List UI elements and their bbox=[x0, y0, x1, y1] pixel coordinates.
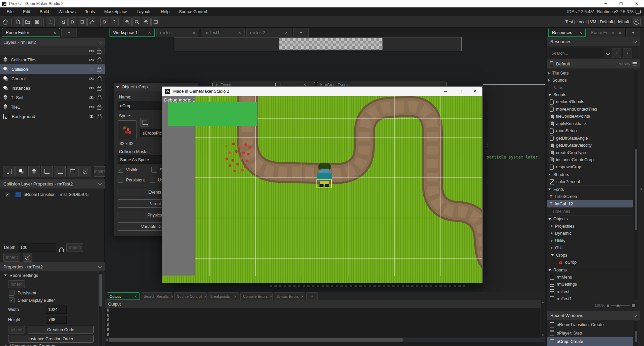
instance-checkbox[interactable] bbox=[5, 192, 10, 197]
game-minimize-button[interactable]: – bbox=[438, 87, 453, 96]
tree-item-crops[interactable]: Crops bbox=[547, 252, 633, 259]
search-prev-button[interactable]: ‹ bbox=[612, 49, 621, 58]
tree-item-colorpercent[interactable]: colorPercent bbox=[547, 178, 633, 185]
new-layer-folder-button[interactable] bbox=[67, 166, 79, 177]
layer-row-collision[interactable]: Collision bbox=[0, 64, 105, 74]
tab-room-editor-right[interactable]: Room Editor bbox=[587, 28, 625, 37]
instance-row[interactable]: oRoomTransition inst_30D65975 bbox=[0, 190, 105, 199]
menu-help[interactable]: Help bbox=[156, 9, 174, 14]
recent-item-ocrop-create[interactable]: oCrop: Create bbox=[547, 337, 633, 346]
menu-source-control[interactable]: Source Control bbox=[174, 9, 212, 14]
expanded-arrow-icon[interactable] bbox=[551, 254, 554, 256]
expanded-arrow-icon[interactable] bbox=[548, 94, 551, 96]
layer-row-tile1[interactable]: Tile1 bbox=[0, 102, 105, 112]
scrollbar-thumb[interactable] bbox=[635, 149, 637, 230]
tab-rmtest[interactable]: rmTest bbox=[156, 28, 199, 37]
sprite-preview[interactable] bbox=[118, 120, 136, 139]
home-button[interactable] bbox=[1, 18, 9, 26]
settings-button[interactable] bbox=[100, 18, 109, 26]
layer-row-background[interactable]: Background bbox=[0, 112, 105, 121]
viewports-row[interactable]: Viewports and Cameras bbox=[5, 343, 57, 346]
background-scrollbar-fragment[interactable] bbox=[270, 285, 468, 287]
layer-lock-icon[interactable] bbox=[97, 97, 101, 100]
collapsed-arrow-icon[interactable] bbox=[548, 72, 550, 75]
menu-marketplace[interactable]: Marketplace bbox=[99, 9, 132, 14]
tree-item-roomsetup[interactable]: roomSetup bbox=[547, 127, 633, 135]
tab-rmtest1[interactable]: rmTest1 bbox=[201, 28, 245, 37]
views-label[interactable]: Views bbox=[619, 61, 630, 66]
stop-button[interactable] bbox=[78, 18, 87, 26]
width-input[interactable] bbox=[46, 306, 67, 314]
expanded-arrow-icon[interactable] bbox=[548, 189, 551, 190]
tree-item-applyknockback[interactable]: applyKnockback bbox=[547, 120, 633, 127]
collapsed-arrow-icon[interactable] bbox=[551, 239, 553, 242]
zoom-in-button[interactable] bbox=[142, 18, 151, 26]
object-persistent-checkbox[interactable] bbox=[118, 177, 123, 183]
tree-item-scripts[interactable]: Scripts bbox=[547, 91, 633, 98]
menu-tools[interactable]: Tools bbox=[80, 9, 99, 14]
layer-eye-icon[interactable] bbox=[89, 95, 94, 100]
search-next-button[interactable]: › bbox=[623, 49, 632, 58]
tab-resources[interactable]: Resources bbox=[548, 28, 586, 37]
tree-item-rmtest1[interactable]: rmTest1 bbox=[547, 295, 633, 301]
zoom-reset-button[interactable] bbox=[132, 18, 141, 26]
new-project-button[interactable] bbox=[14, 18, 23, 26]
tree-item-projectiles[interactable]: Projectiles bbox=[547, 223, 633, 230]
scroll-down-arrow[interactable] bbox=[542, 335, 544, 336]
close-tab-icon[interactable] bbox=[619, 30, 621, 35]
expanded-arrow-icon[interactable] bbox=[548, 269, 551, 271]
window-maximize-button[interactable]: ❐ bbox=[614, 0, 628, 7]
tree-item-rmsettings[interactable]: rmSettings bbox=[547, 281, 633, 288]
tree-item-timelines[interactable]: Timelines bbox=[547, 207, 633, 215]
new-tile-layer-button[interactable] bbox=[28, 166, 40, 177]
layer-lock-icon[interactable] bbox=[97, 78, 101, 81]
tree-item-ocrop[interactable]: oCrop bbox=[547, 259, 633, 266]
creation-code-button[interactable]: Creation Code bbox=[28, 326, 94, 334]
close-tab-icon[interactable] bbox=[285, 30, 288, 35]
layer-eye-icon[interactable] bbox=[89, 57, 94, 62]
close-tab-icon[interactable] bbox=[54, 30, 56, 35]
debug-button[interactable] bbox=[59, 18, 68, 26]
visible-checkbox[interactable] bbox=[118, 167, 123, 173]
close-tab-icon[interactable] bbox=[171, 294, 174, 298]
properties-scrollbar[interactable] bbox=[98, 271, 102, 346]
layer-lock-icon[interactable] bbox=[97, 106, 101, 110]
layer-row-control[interactable]: Control bbox=[0, 74, 105, 83]
depth-input[interactable] bbox=[18, 243, 56, 252]
add-workspace-tab-button[interactable] bbox=[293, 28, 309, 37]
layer-eye-icon[interactable] bbox=[89, 86, 94, 91]
game-canvas[interactable]: Debug mode: 1 bbox=[162, 96, 482, 283]
tab-rmtest2[interactable]: rmTest2 bbox=[246, 28, 292, 37]
new-sprite-button[interactable] bbox=[140, 118, 149, 127]
clean-button[interactable] bbox=[87, 18, 96, 26]
close-tab-icon[interactable] bbox=[270, 294, 272, 298]
tree-item-declareglobals[interactable]: declareGlobals bbox=[547, 98, 633, 106]
tab-search-results[interactable]: Search Results bbox=[141, 292, 173, 300]
add-output-tab-button[interactable] bbox=[306, 292, 318, 300]
menu-build[interactable]: Build bbox=[35, 9, 54, 14]
target-manager-button[interactable] bbox=[632, 18, 641, 26]
collision-layer-properties-header[interactable]: Collision Layer Properties - rmTest2 bbox=[0, 179, 105, 189]
depth-lock-icon[interactable] bbox=[59, 245, 64, 250]
new-path-layer-button[interactable] bbox=[41, 166, 53, 177]
close-icon[interactable] bbox=[303, 83, 306, 87]
all-layers-eye-icon[interactable] bbox=[89, 49, 94, 54]
expanded-arrow-icon[interactable] bbox=[548, 218, 551, 220]
close-tab-icon[interactable] bbox=[204, 294, 206, 298]
add-tab-button[interactable] bbox=[626, 28, 640, 37]
new-asset-layer-button[interactable] bbox=[54, 166, 66, 177]
tree-item-moveandcontacttiles[interactable]: moveAndContactTiles bbox=[547, 106, 633, 113]
tab-breakpoints[interactable]: Breakpoints bbox=[208, 292, 239, 300]
target-config-label[interactable]: Test | Local | VM | Default | default bbox=[565, 20, 629, 24]
close-tab-icon[interactable] bbox=[301, 294, 304, 298]
tree-item-createcroptype[interactable]: createCropType bbox=[547, 149, 633, 156]
menu-edit[interactable]: Edit bbox=[18, 9, 35, 14]
tree-item-instancecreatecrop[interactable]: instanceCreateCrop bbox=[547, 156, 633, 163]
reset-button[interactable] bbox=[23, 253, 32, 262]
tree-item-dynamic[interactable]: Dynamic bbox=[547, 230, 633, 237]
menu-windows[interactable]: Windows bbox=[54, 9, 81, 14]
layer-eye-icon[interactable] bbox=[89, 114, 94, 119]
persistent-checkbox[interactable] bbox=[9, 290, 14, 296]
collapsed-arrow-icon[interactable] bbox=[551, 225, 553, 228]
close-tab-icon[interactable] bbox=[234, 294, 237, 298]
